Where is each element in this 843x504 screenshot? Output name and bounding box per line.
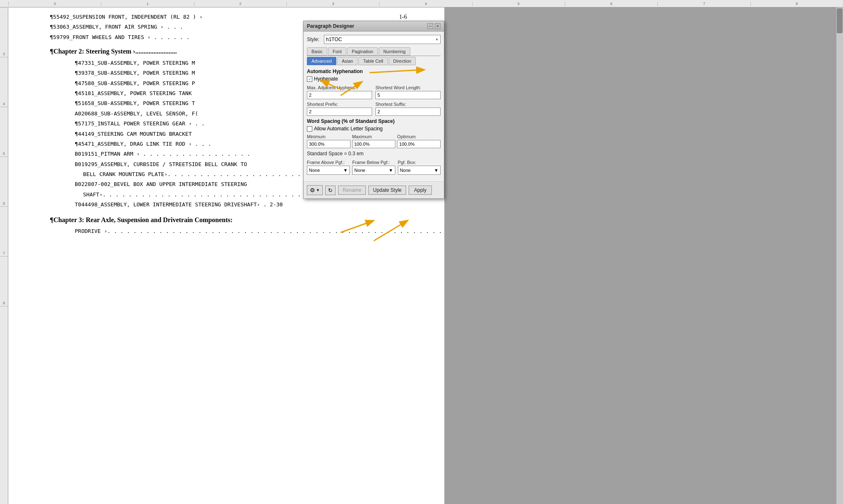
list-item: PRODRIVE ›. . . . . . . . . . . . . . . …: [50, 227, 411, 236]
shortest-word-input[interactable]: [375, 91, 441, 99]
frame-above-value: None: [309, 168, 320, 173]
max-adjacent-input[interactable]: [307, 91, 372, 99]
word-spacing-heading: Word Spacing (% of Standard Space): [307, 118, 441, 124]
ruler-mark: 5: [472, 2, 565, 6]
minimum-input[interactable]: [307, 140, 350, 148]
hyphenate-checkbox[interactable]: ✓: [307, 76, 312, 82]
dialog-footer: ⚙ ▼ ↻ Rename Update Style Apply: [304, 181, 444, 198]
frame-above-arrow-icon: ▼: [343, 168, 348, 173]
ruler-mark: 8: [750, 2, 843, 6]
shortest-prefix-label: Shortest Prefix:: [307, 102, 372, 107]
ruler-left: 3 4 5 6 7 8: [0, 7, 8, 504]
paragraph-designer-dialog: Paragraph Designer ─ ≡ Style: h1TOC ▼ Ba…: [303, 21, 444, 199]
ruler-mark: 1: [101, 2, 194, 6]
list-item: Τ044498_ASSEMBLY, LOWER INTERMEDIATE STE…: [50, 200, 411, 209]
ruler-top: 0 1 2 3 4 5 6 7 8: [0, 0, 843, 7]
frame-above-label: Frame Above Pgf.:: [307, 160, 350, 165]
tab-basic[interactable]: Basic: [307, 47, 327, 56]
tab-table-cell[interactable]: Table Cell: [358, 57, 387, 65]
maximum-input[interactable]: [352, 140, 396, 148]
frame-above-select[interactable]: None ▼: [307, 166, 350, 175]
scrollbar[interactable]: [836, 7, 843, 504]
minimum-group: Minimum: [307, 134, 350, 148]
tab-direction[interactable]: Direction: [389, 57, 416, 65]
ruler-mark: 3: [287, 2, 379, 6]
update-style-button[interactable]: Update Style: [368, 186, 406, 195]
ruler-mark: 7: [657, 2, 750, 6]
shortest-suffix-group: Shortest Suffix:: [375, 102, 441, 116]
frame-above-group: Frame Above Pgf.: None ▼: [307, 160, 350, 175]
maximum-group: Maximum: [352, 134, 396, 148]
max-adjacent-label: Max. Adjacent Hyphens:: [307, 85, 372, 90]
tab-pagination[interactable]: Pagination: [347, 47, 378, 56]
frame-below-label: Frame Below Pgf.:: [352, 160, 395, 165]
allow-auto-letter-checkbox[interactable]: [307, 126, 312, 132]
style-label: Style:: [307, 37, 321, 42]
shortest-suffix-label: Shortest Suffix:: [375, 102, 441, 107]
style-dropdown[interactable]: h1TOC ▼: [324, 35, 441, 44]
tab-row-1: Basic Font Pagination Numbering: [307, 47, 441, 56]
shortest-suffix-input[interactable]: [375, 108, 441, 116]
gear-dropdown-arrow-icon: ▼: [316, 188, 320, 192]
maximum-label: Maximum: [352, 134, 396, 139]
pgf-box-label: Pgf. Box:: [398, 160, 441, 165]
spacing-values-row: Minimum Maximum Optimum: [307, 134, 441, 148]
tab-advanced[interactable]: Advanced: [307, 57, 336, 65]
style-value: h1TOC: [326, 37, 342, 42]
optimum-group: Optimum: [397, 134, 441, 148]
tab-numbering[interactable]: Numbering: [379, 47, 410, 56]
ruler-mark: 6: [565, 2, 657, 6]
frame-row: Frame Above Pgf.: None ▼ Frame Below Pgf…: [307, 160, 441, 175]
auto-hyphenation-heading: Automatic Hyphenation: [307, 69, 441, 74]
shortest-prefix-group: Shortest Prefix:: [307, 102, 372, 116]
tab-font[interactable]: Font: [328, 47, 346, 56]
shortest-word-label: Shortest Word Length:: [375, 85, 441, 90]
gear-icon: ⚙: [310, 187, 315, 193]
hyphenate-label: Hyphenate: [314, 76, 338, 82]
ruler-mark: 2: [194, 2, 287, 6]
allow-auto-letter-label: Allow Automatic Letter Spacing: [314, 126, 382, 132]
hyphenate-row: ✓ Hyphenate: [307, 76, 441, 82]
ruler-mark: 0: [8, 2, 101, 6]
minimum-label: Minimum: [307, 134, 350, 139]
tab-asian[interactable]: Asian: [337, 57, 358, 65]
dialog-minimize-button[interactable]: ─: [427, 23, 433, 29]
shortest-word-group: Shortest Word Length:: [375, 85, 441, 99]
pgf-box-group: Pgf. Box: None ▼: [398, 160, 441, 175]
dialog-close-button[interactable]: ≡: [435, 23, 441, 29]
rename-button[interactable]: Rename: [338, 186, 366, 195]
frame-below-arrow-icon: ▼: [389, 168, 393, 173]
ruler-mark: 4: [379, 2, 472, 6]
chapter-heading: ¶Chapter 3: Rear Axle, Suspension and Dr…: [50, 215, 411, 225]
allow-auto-letter-row: Allow Automatic Letter Spacing: [307, 126, 441, 132]
optimum-input[interactable]: [397, 140, 441, 148]
standard-space: Standard Space = 0.3 em: [307, 151, 441, 157]
optimum-label: Optimum: [397, 134, 441, 139]
pgf-box-value: None: [400, 168, 411, 173]
refresh-icon: ↻: [328, 187, 333, 193]
hyphens-row: Max. Adjacent Hyphens: Shortest Word Len…: [307, 85, 441, 99]
pgf-box-select[interactable]: None ▼: [398, 166, 441, 175]
pgf-box-arrow-icon: ▼: [434, 168, 439, 173]
document-area: 0 1 2 3 4 5 6 7 8 3 4 5 6 7 8 ¶55492_SUS…: [0, 0, 843, 504]
dropdown-arrow-icon: ▼: [435, 38, 439, 42]
scrollbar-thumb[interactable]: [837, 8, 843, 33]
prefix-suffix-row: Shortest Prefix: Shortest Suffix:: [307, 102, 441, 116]
style-row: Style: h1TOC ▼: [307, 35, 441, 44]
frame-below-group: Frame Below Pgf.: None ▼: [352, 160, 395, 175]
apply-button[interactable]: Apply: [409, 186, 432, 195]
dialog-body: Style: h1TOC ▼ Basic Font Pagination Num…: [304, 32, 444, 181]
frame-below-select[interactable]: None ▼: [352, 166, 395, 175]
frame-below-value: None: [354, 168, 365, 173]
gear-menu-button[interactable]: ⚙ ▼: [307, 185, 323, 195]
refresh-button[interactable]: ↻: [325, 186, 336, 195]
dialog-title: Paragraph Designer: [307, 23, 354, 29]
dialog-titlebar[interactable]: Paragraph Designer ─ ≡: [304, 21, 444, 32]
shortest-prefix-input[interactable]: [307, 108, 372, 116]
tab-row-2: Advanced Asian Table Cell Direction: [307, 57, 441, 65]
dialog-title-icons: ─ ≡: [427, 23, 441, 29]
max-adjacent-group: Max. Adjacent Hyphens:: [307, 85, 372, 99]
